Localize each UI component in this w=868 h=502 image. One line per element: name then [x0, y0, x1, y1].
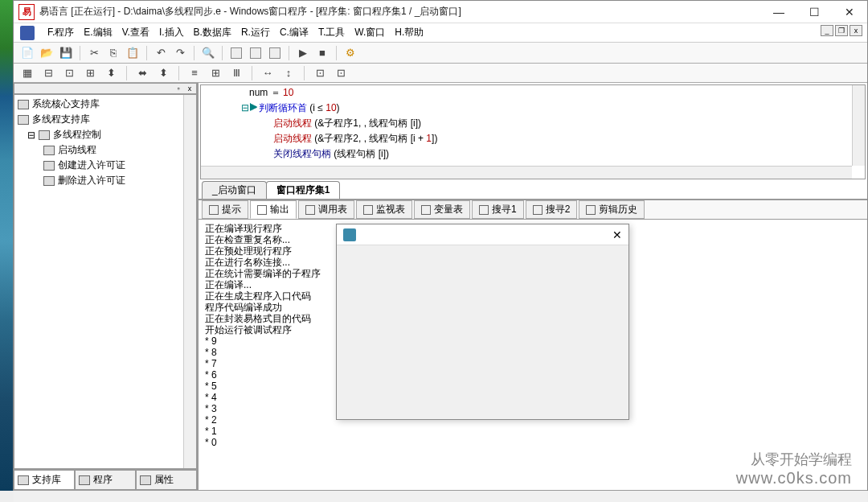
toolbar-sep [304, 66, 305, 80]
runtime-window[interactable]: ✕ [336, 224, 629, 420]
code-token: (线程句柄 [i]) [331, 148, 389, 159]
align-icon: ⊡ [332, 65, 350, 81]
find-icon[interactable]: 🔍 [199, 45, 217, 61]
library-tree[interactable]: 系统核心支持库 多线程支持库 ⊟ 多线程控制 启动线程 创建进入许可证 删除进入… [14, 94, 197, 469]
btab-output[interactable]: 输出 [250, 200, 297, 219]
btab-search2[interactable]: 搜寻2 [526, 200, 578, 219]
tree-label: 多线程控制 [53, 128, 101, 142]
close-button[interactable]: ✕ [832, 1, 867, 23]
layout3-icon[interactable] [266, 45, 284, 61]
code-token: 启动线程 [273, 133, 312, 144]
sidebar-tab-program[interactable]: 程序 [75, 470, 136, 490]
tab-label: 程序 [93, 473, 113, 487]
btab-clip[interactable]: 剪辑历史 [579, 200, 645, 219]
tree-label: 启动线程 [58, 143, 96, 157]
tree-item-startthread[interactable]: 启动线程 [16, 142, 194, 158]
tree-label: 多线程支持库 [32, 113, 90, 126]
toolbar-sep [146, 46, 147, 60]
tab-label: 搜寻1 [492, 203, 517, 216]
debug-icon[interactable]: ⚙ [342, 45, 359, 61]
popup-close-button[interactable]: ✕ [612, 228, 622, 241]
tree-item-createpermit[interactable]: 创建进入许可证 [16, 158, 194, 173]
layout1-icon[interactable] [227, 45, 245, 61]
paste-icon[interactable]: 📋 [124, 45, 141, 61]
sidebar-close-icon[interactable]: x [185, 84, 194, 93]
undo-icon[interactable]: ↶ [152, 45, 170, 61]
tab-label: 属性 [154, 473, 174, 487]
align-icon: ⊞ [81, 65, 99, 81]
menu-view[interactable]: V.查看 [122, 26, 149, 39]
tree-label: 创建进入许可证 [58, 158, 125, 172]
mdi-restore-button[interactable]: ❐ [835, 25, 848, 36]
tree-item-threadctrl[interactable]: ⊟ 多线程控制 [16, 127, 194, 142]
stop-icon[interactable]: ■ [313, 45, 331, 61]
cut-icon[interactable]: ✂ [85, 45, 103, 61]
menu-tools[interactable]: T.工具 [318, 26, 345, 39]
popup-titlebar[interactable]: ✕ [337, 224, 628, 245]
clip-icon [586, 205, 596, 215]
btab-calltable[interactable]: 调用表 [298, 200, 354, 219]
folder-icon [39, 130, 50, 140]
tree-item-thread[interactable]: 多线程支持库 [16, 112, 194, 127]
toolbar-sep [222, 46, 223, 60]
sidebar-tab-property[interactable]: 属性 [136, 470, 197, 490]
menu-run[interactable]: R.运行 [241, 26, 270, 39]
minimize-button[interactable]: — [761, 1, 796, 23]
menu-window[interactable]: W.窗口 [354, 26, 385, 39]
menu-help[interactable]: H.帮助 [395, 26, 424, 39]
tree-label: 系统核心支持库 [32, 97, 100, 111]
menu-edit[interactable]: E.编辑 [84, 26, 112, 39]
menu-program[interactable]: F.程序 [47, 26, 74, 39]
code-scrollbar-v[interactable] [852, 85, 865, 166]
code-token: (&子程序2, , 线程句柄 [i + [312, 133, 426, 144]
tree-scrollbar[interactable] [183, 95, 196, 468]
redo-icon[interactable]: ↷ [171, 45, 189, 61]
align-icon: ⬍ [102, 65, 120, 81]
search-icon [479, 205, 489, 215]
tree-item-deletepermit[interactable]: 删除进入许可证 [16, 173, 194, 188]
btab-hint[interactable]: 提示 [202, 200, 248, 219]
align-icon: ⊞ [207, 65, 224, 81]
btab-search1[interactable]: 搜寻1 [472, 200, 524, 219]
btab-monitor[interactable]: 监视表 [356, 200, 412, 219]
output-line: * 1 [205, 426, 861, 437]
monitor-icon [363, 205, 373, 215]
mdi-close-button[interactable]: x [850, 25, 862, 36]
app-menu-icon[interactable] [20, 26, 35, 40]
mdi-minimize-button[interactable]: _ [821, 25, 833, 36]
sidebar-tab-support[interactable]: 支持库 [14, 470, 75, 490]
menu-database[interactable]: B.数据库 [194, 26, 231, 39]
btab-vartable[interactable]: 变量表 [414, 200, 470, 219]
sidebar-pin-icon[interactable]: ▫ [174, 84, 183, 93]
sidebar: ▫ x 系统核心支持库 多线程支持库 ⊟ 多线程控制 启动线程 创建进入许可证 … [14, 83, 199, 490]
save-icon[interactable]: 💾 [57, 45, 75, 61]
align-icon: ⬌ [133, 65, 151, 81]
copy-icon[interactable]: ⎘ [104, 45, 122, 61]
call-icon [305, 205, 315, 215]
new-icon[interactable]: 📄 [18, 45, 36, 61]
align-icon: ↔ [259, 65, 276, 81]
tree-item-syscore[interactable]: 系统核心支持库 [16, 97, 194, 112]
prop-icon [140, 475, 151, 485]
lib-icon [18, 115, 29, 125]
toolbar-sep [289, 46, 289, 60]
sidebar-tabs: 支持库 程序 属性 [14, 469, 197, 490]
maximize-button[interactable]: ☐ [796, 1, 832, 23]
tab-label: 搜寻2 [546, 203, 571, 216]
code-scrollbar-h[interactable] [201, 166, 852, 179]
layout2-icon[interactable] [247, 45, 264, 61]
code-token: ＝ [268, 87, 283, 98]
run-icon[interactable]: ▶ [294, 45, 312, 61]
open-icon[interactable]: 📂 [38, 45, 55, 61]
align-icon: Ⅲ [227, 65, 245, 81]
code-token: 启动线程 [273, 117, 312, 129]
func-icon [43, 146, 55, 155]
menu-insert[interactable]: I.插入 [159, 26, 184, 39]
code-editor[interactable]: num ＝ 10 ⊟⯈判断循环首 (i ≤ 10) 启动线程 (&子程序1, ,… [200, 84, 866, 179]
tab-label: 提示 [222, 203, 241, 216]
code-tab-progset[interactable]: 窗口程序集1 [266, 181, 341, 199]
tab-label: 变量表 [434, 203, 463, 216]
titlebar[interactable]: 易 易语言 [正在运行] - D:\daima\多线程同步.e - Window… [14, 1, 867, 23]
menu-compile[interactable]: C.编译 [280, 26, 309, 39]
code-tab-startwindow[interactable]: _启动窗口 [202, 181, 267, 199]
